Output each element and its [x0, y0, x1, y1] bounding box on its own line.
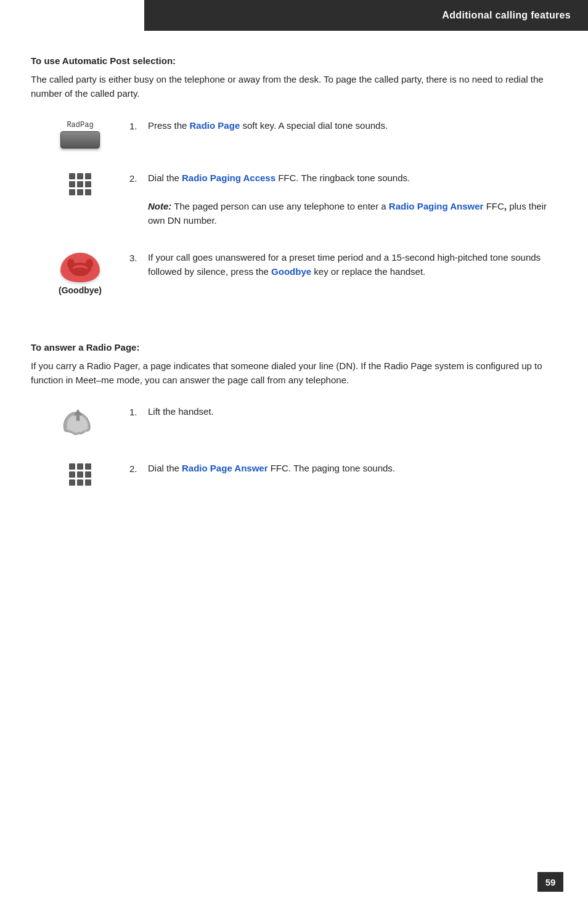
key-dot [77, 463, 83, 470]
step-row: 2. Dial the Radio Page Answer FFC. The p… [31, 461, 557, 486]
step-dial-icon [31, 461, 129, 486]
key-dot [85, 463, 91, 470]
header-bar: Additional calling features [144, 0, 588, 31]
key-dot [77, 181, 83, 187]
section1-steps: RadPag 1. Press the Radio Page soft key.… [31, 118, 557, 295]
key-dot [77, 173, 83, 179]
keypad-icon [69, 173, 91, 195]
section2-body: If you carry a Radio Pager, a page indic… [31, 359, 557, 388]
svg-point-3 [73, 265, 88, 272]
key-dot [69, 189, 75, 195]
key-dot [69, 181, 75, 187]
step2-text: Dial the Radio Paging Access FFC. The ri… [148, 171, 557, 228]
comma: , [504, 201, 507, 211]
step-number: 2. [129, 171, 148, 184]
step2-icon [31, 171, 129, 195]
step-number: 1. [129, 404, 148, 417]
step-row: (Goodbye) 3. If your call goes unanswere… [31, 250, 557, 295]
key-dot [77, 479, 83, 486]
softkey-label: RadPag [67, 121, 93, 129]
step1-icon: RadPag [31, 118, 129, 149]
step-row: 1. Lift the handset. [31, 404, 557, 439]
step-dial-text: Dial the Radio Page Answer FFC. The pagi… [148, 461, 557, 475]
key-dot [77, 471, 83, 478]
step-lift-icon [31, 404, 129, 439]
section1-body: The called party is either busy on the t… [31, 72, 557, 101]
step-row: RadPag 1. Press the Radio Page soft key.… [31, 118, 557, 149]
section2-heading: To answer a Radio Page: [31, 342, 557, 353]
step-lift-text: Lift the handset. [148, 404, 557, 418]
goodbye-phone-svg [67, 258, 94, 277]
key-dot [85, 471, 91, 478]
step-number: 3. [129, 250, 148, 263]
key-dot [77, 189, 83, 195]
keypad-icon [69, 463, 91, 486]
goodbye-container: (Goodbye) [59, 253, 102, 295]
key-dot [69, 173, 75, 179]
softkey-container: RadPag [60, 121, 100, 149]
key-dot [85, 181, 91, 187]
step3-text: If your call goes unanswered for a prese… [148, 250, 557, 279]
section-divider [31, 317, 557, 330]
key-dot [69, 471, 75, 478]
svg-rect-5 [76, 415, 80, 421]
step-number: 1. [129, 118, 148, 131]
section1-heading: To use Automatic Post selection: [31, 55, 557, 66]
highlight-radio-paging-access: Radio Paging Access [182, 173, 276, 183]
note-label: Note: [148, 201, 171, 211]
step3-icon: (Goodbye) [31, 250, 129, 295]
step-row: 2. Dial the Radio Paging Access FFC. The… [31, 171, 557, 228]
softkey-button [60, 131, 100, 149]
goodbye-icon [60, 253, 100, 282]
key-dot [85, 479, 91, 486]
key-dot [69, 463, 75, 470]
handset-svg [59, 407, 102, 439]
goodbye-label: (Goodbye) [59, 285, 102, 295]
highlight-radio-page-answer: Radio Page Answer [182, 463, 267, 473]
highlight-radio-page: Radio Page [190, 120, 240, 131]
step1-text: Press the Radio Page soft key. A special… [148, 118, 557, 132]
key-dot [85, 189, 91, 195]
highlight-radio-paging-answer: Radio Paging Answer [389, 201, 484, 211]
section2-steps: 1. Lift the handset. 2. [31, 404, 557, 486]
header-title: Additional calling features [442, 10, 571, 21]
highlight-goodbye: Goodbye [271, 266, 311, 277]
main-content: To use Automatic Post selection: The cal… [0, 0, 588, 545]
page-number: 59 [537, 872, 563, 892]
key-dot [85, 173, 91, 179]
step-number: 2. [129, 461, 148, 474]
key-dot [69, 479, 75, 486]
